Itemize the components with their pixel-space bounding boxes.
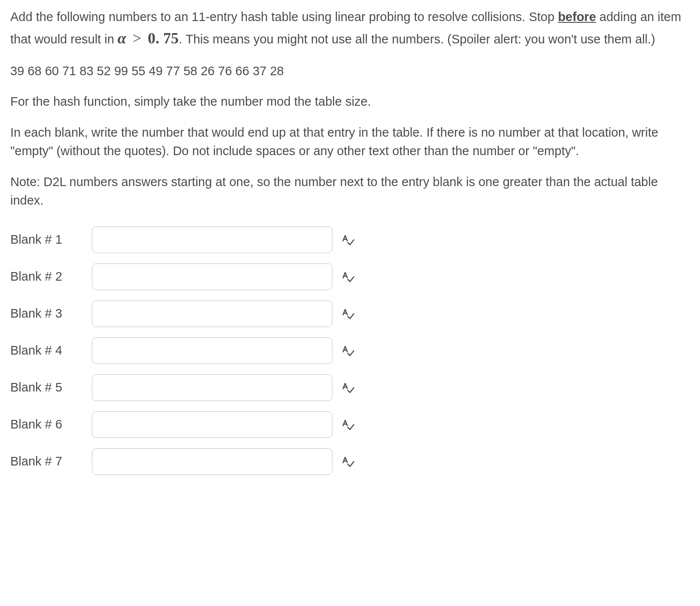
blank-label: Blank # 5 [10,378,92,397]
blank-label: Blank # 6 [10,415,92,434]
blank-input-6[interactable] [92,411,332,438]
blank-row: Blank # 6 [10,411,690,438]
blanks-container: Blank # 1 Blank # 2 Blank # 3 [10,226,690,475]
blank-input-4[interactable] [92,337,332,364]
blank-label: Blank # 2 [10,267,92,286]
spellcheck-icon[interactable] [340,306,356,321]
blank-input-5[interactable] [92,374,332,401]
before-word: before [558,10,596,24]
question-paragraph-1: Add the following numbers to an 11-entry… [10,8,690,50]
blank-row: Blank # 1 [10,226,690,253]
spellcheck-icon[interactable] [340,380,356,395]
alpha-symbol: α [118,30,126,47]
blank-label: Blank # 7 [10,452,92,471]
spellcheck-icon[interactable] [340,417,356,432]
blank-label: Blank # 1 [10,230,92,249]
question-paragraph-2: 39 68 60 71 83 52 99 55 49 77 58 26 76 6… [10,62,690,81]
blank-row: Blank # 4 [10,337,690,364]
spellcheck-icon[interactable] [340,454,356,469]
question-text: Add the following numbers to an 11-entry… [10,8,690,210]
blank-input-3[interactable] [92,300,332,327]
question-text-span: . This means you might not use all the n… [179,32,655,46]
blank-input-7[interactable] [92,448,332,475]
spellcheck-icon[interactable] [340,343,356,358]
greater-than-symbol: > [130,30,144,47]
question-paragraph-5: Note: D2L numbers answers starting at on… [10,173,690,210]
question-text-span: Add the following numbers to an 11-entry… [10,10,558,24]
formula-value: 0. 75 [148,30,179,47]
formula-expression: α > 0. 75 [118,30,179,47]
blank-row: Blank # 5 [10,374,690,401]
question-paragraph-4: In each blank, write the number that wou… [10,123,690,161]
question-paragraph-3: For the hash function, simply take the n… [10,92,690,111]
blank-input-1[interactable] [92,226,332,253]
blank-row: Blank # 2 [10,263,690,290]
blank-row: Blank # 7 [10,448,690,475]
spellcheck-icon[interactable] [340,232,356,248]
blank-label: Blank # 4 [10,341,92,360]
blank-label: Blank # 3 [10,304,92,323]
blank-input-2[interactable] [92,263,332,290]
blank-row: Blank # 3 [10,300,690,327]
spellcheck-icon[interactable] [340,269,356,285]
